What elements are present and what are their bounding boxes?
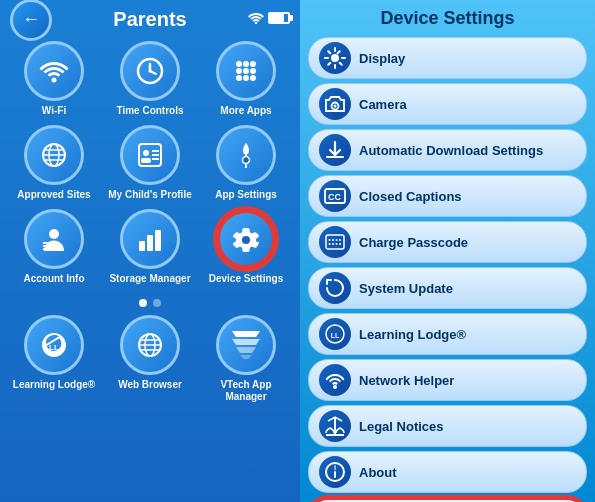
setting-system-update[interactable]: System Update	[308, 267, 587, 309]
svg-point-59	[336, 243, 338, 245]
svg-marker-43	[232, 339, 260, 345]
more-apps-icon	[216, 41, 276, 101]
svg-point-57	[329, 243, 331, 245]
network-helper-icon	[319, 364, 351, 396]
dot-active	[139, 299, 147, 307]
learning-lodge-setting-label: Learning Lodge®	[359, 327, 576, 342]
parents-title: Parents	[113, 8, 186, 31]
svg-text:LL: LL	[331, 332, 340, 339]
storage-manager-label: Storage Manager	[109, 273, 190, 285]
closed-captions-icon: CC	[319, 180, 351, 212]
my-childs-profile-label: My Child's Profile	[108, 189, 192, 201]
learning-lodge-icon: LL	[24, 315, 84, 375]
setting-network-helper[interactable]: Network Helper	[308, 359, 587, 401]
camera-label: Camera	[359, 97, 576, 112]
svg-point-48	[334, 105, 337, 108]
grid-item-web-browser[interactable]: Web Browser	[106, 315, 194, 403]
setting-learning-lodge[interactable]: LL Learning Lodge®	[308, 313, 587, 355]
setting-closed-captions[interactable]: CC Closed Captions	[308, 175, 587, 217]
svg-point-27	[243, 157, 250, 164]
auto-download-icon	[319, 134, 351, 166]
pagination-dots	[139, 299, 161, 307]
setting-auto-download[interactable]: Automatic Download Settings	[308, 129, 587, 171]
svg-point-11	[250, 68, 256, 74]
svg-point-58	[332, 243, 334, 245]
grid-item-more-apps[interactable]: More Apps	[202, 41, 290, 117]
svg-point-28	[49, 229, 59, 239]
icon-grid: Wi-Fi Time Controls	[10, 41, 290, 285]
system-update-icon	[319, 272, 351, 304]
svg-point-6	[236, 61, 242, 67]
svg-marker-42	[232, 331, 260, 337]
web-browser-label: Web Browser	[118, 379, 182, 391]
svg-rect-34	[155, 230, 161, 251]
svg-rect-33	[147, 235, 153, 251]
more-apps-label: More Apps	[220, 105, 271, 117]
grid-item-approved-sites[interactable]: Approved Sites	[10, 125, 98, 201]
grid-item-wifi[interactable]: Wi-Fi	[10, 41, 98, 117]
svg-point-53	[329, 239, 331, 241]
grid-item-my-childs-profile[interactable]: My Child's Profile	[106, 125, 194, 201]
left-panel: Parents Wi-Fi	[0, 0, 300, 502]
svg-point-7	[243, 61, 249, 67]
grid-item-time-controls[interactable]: Time Controls	[106, 41, 194, 117]
setting-legal-notices[interactable]: Legal Notices	[308, 405, 587, 447]
dot-inactive	[153, 299, 161, 307]
right-header: Device Settings	[308, 8, 587, 29]
display-label: Display	[359, 51, 576, 66]
svg-point-21	[143, 150, 149, 156]
wifi-grid-icon	[24, 41, 84, 101]
setting-about[interactable]: i About	[308, 451, 587, 493]
grid-item-account-info[interactable]: Account Info	[10, 209, 98, 285]
svg-point-5	[149, 70, 152, 73]
status-icons	[248, 12, 290, 24]
about-icon: i	[319, 456, 351, 488]
app-settings-icon	[216, 125, 276, 185]
svg-marker-45	[240, 355, 252, 359]
wifi-label: Wi-Fi	[42, 105, 66, 117]
legal-notices-label: Legal Notices	[359, 419, 576, 434]
svg-rect-32	[139, 241, 145, 251]
device-settings-icon	[216, 209, 276, 269]
vtech-app-manager-label: VTech App Manager	[202, 379, 290, 403]
display-icon	[319, 42, 351, 74]
battery-icon	[268, 12, 290, 24]
setting-camera[interactable]: Camera	[308, 83, 587, 125]
setting-charge-passcode[interactable]: Charge Passcode	[308, 221, 587, 263]
grid-item-vtech-app-manager[interactable]: VTech App Manager	[202, 315, 290, 403]
settings-list: Display Camera Automatic Download Set	[308, 37, 587, 502]
grid-item-device-settings[interactable]: Device Settings	[202, 209, 290, 285]
about-label: About	[359, 465, 576, 480]
grid-item-learning-lodge[interactable]: LL Learning Lodge®	[10, 315, 98, 403]
charge-passcode-label: Charge Passcode	[359, 235, 576, 250]
svg-point-12	[236, 75, 242, 81]
svg-point-35	[242, 236, 250, 244]
svg-point-60	[339, 243, 341, 245]
grid-item-storage-manager[interactable]: Storage Manager	[106, 209, 194, 285]
svg-point-1	[52, 78, 57, 83]
svg-marker-44	[236, 347, 256, 353]
device-settings-label: Device Settings	[209, 273, 283, 285]
svg-point-14	[250, 75, 256, 81]
time-controls-label: Time Controls	[116, 105, 183, 117]
svg-point-10	[243, 68, 249, 74]
network-helper-label: Network Helper	[359, 373, 576, 388]
svg-point-0	[255, 22, 257, 24]
svg-point-56	[339, 239, 341, 241]
approved-sites-icon	[24, 125, 84, 185]
setting-display[interactable]: Display	[308, 37, 587, 79]
svg-text:CC: CC	[328, 192, 341, 202]
web-browser-icon	[120, 315, 180, 375]
app-settings-label: App Settings	[215, 189, 277, 201]
grid-item-app-settings[interactable]: App Settings	[202, 125, 290, 201]
bottom-row: LL Learning Lodge® Web Browser	[10, 315, 290, 403]
right-panel: Device Settings Display Camera	[300, 0, 595, 502]
vtech-app-manager-icon	[216, 315, 276, 375]
closed-captions-label: Closed Captions	[359, 189, 576, 204]
account-info-label: Account Info	[23, 273, 84, 285]
learning-lodge-label: Learning Lodge®	[13, 379, 95, 391]
wifi-icon	[248, 12, 264, 24]
charge-passcode-icon	[319, 226, 351, 258]
setting-get-more-apps[interactable]: Get More Apps	[308, 497, 587, 502]
back-button[interactable]	[10, 0, 52, 41]
